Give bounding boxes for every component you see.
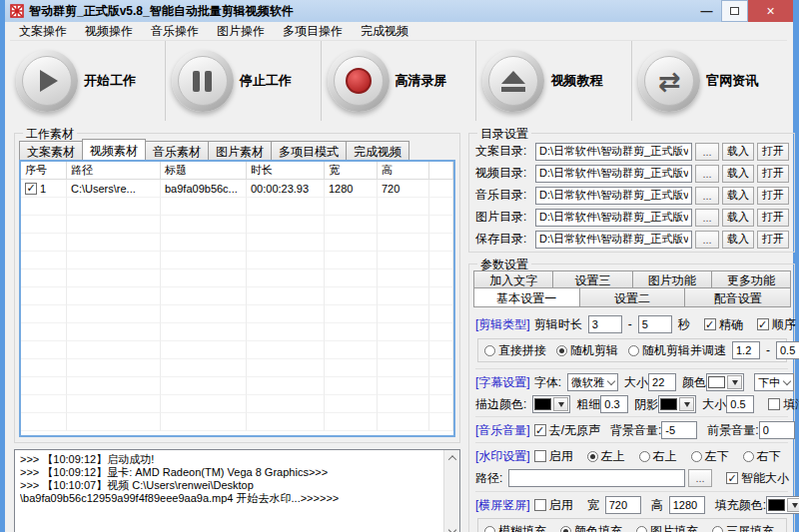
log-output[interactable]: >>> 【10:09:12】启动成功! >>> 【10:09:12】显卡: AM… [14, 449, 460, 532]
menu-item-image[interactable]: 图片操作 [208, 22, 274, 40]
tab-more-functions[interactable]: 更多功能 [711, 270, 791, 288]
tab-music-material[interactable]: 音乐素材 [145, 141, 209, 160]
subtitle-position-dropdown[interactable]: 下中 [754, 373, 794, 391]
music-dir-load-button[interactable]: 载入 [722, 187, 754, 205]
tab-settings-two[interactable]: 设置二 [579, 287, 686, 307]
video-dir-browse-button[interactable]: ... [695, 165, 719, 183]
video-dir-input[interactable] [535, 165, 692, 183]
screen-record-button[interactable]: 高清录屏 [322, 41, 477, 121]
official-news-button[interactable]: ⇄ 官网资讯 [632, 41, 787, 121]
toolbar: 开始工作 停止工作 高清录屏 视频教程 ⇄ 官网资讯 [10, 41, 787, 121]
tab-image-functions[interactable]: 图片功能 [632, 270, 712, 288]
copywriting-dir-load-button[interactable]: 载入 [722, 143, 754, 161]
tab-multiproject-mode[interactable]: 多项目模式 [271, 141, 347, 160]
music-dir-input[interactable] [535, 187, 692, 205]
image-dir-open-button[interactable]: 打开 [757, 209, 789, 227]
canvas-height-input[interactable] [669, 496, 705, 514]
tab-copywriting-material[interactable]: 文案素材 [19, 141, 83, 160]
copywriting-dir-open-button[interactable]: 打开 [757, 143, 789, 161]
menu-item-multiproject[interactable]: 多项目操作 [274, 22, 352, 40]
start-work-button[interactable]: 开始工作 [10, 41, 166, 121]
font-size-input[interactable] [648, 373, 676, 391]
shadow-size-input[interactable] [726, 395, 754, 413]
triple-screen-fill-radio[interactable] [712, 526, 723, 532]
video-material-table[interactable]: 序号 路径 标题 时长 宽 高 1 C:\Users\re... ba9fa09… [19, 160, 455, 437]
mute-original-checkbox[interactable] [534, 424, 546, 436]
stop-work-button[interactable]: 停止工作 [166, 41, 322, 121]
cell-path: C:\Users\re... [67, 180, 161, 198]
image-fill-radio[interactable] [636, 526, 647, 532]
order-checkbox[interactable] [757, 318, 769, 330]
menu-item-music[interactable]: 音乐操作 [142, 22, 208, 40]
menu-item-copywriting[interactable]: 文案操作 [10, 22, 76, 40]
smart-size-checkbox[interactable] [726, 472, 738, 484]
dropdown-arrow-icon[interactable] [787, 498, 799, 512]
image-dir-load-button[interactable]: 载入 [722, 209, 754, 227]
chevron-down-icon [607, 377, 615, 385]
row-checkbox[interactable] [25, 183, 37, 195]
watermark-enable-checkbox[interactable] [534, 450, 546, 462]
watermark-topleft-radio[interactable] [587, 451, 598, 462]
tab-dubbing-settings[interactable]: 配音设置 [684, 287, 791, 307]
log-scrollbar[interactable] [443, 450, 459, 532]
video-dir-open-button[interactable]: 打开 [757, 165, 789, 183]
maximize-button[interactable] [721, 0, 748, 22]
canvas-width-input[interactable] [605, 496, 641, 514]
dropdown-arrow-icon[interactable] [553, 397, 568, 411]
foreground-volume-input[interactable] [759, 421, 795, 439]
col-width: 宽 [325, 162, 378, 180]
save-dir-open-button[interactable]: 打开 [757, 231, 789, 249]
minimize-button[interactable]: — [692, 0, 721, 22]
stroke-color-dropdown[interactable] [532, 395, 570, 413]
music-dir-open-button[interactable]: 打开 [757, 187, 789, 205]
video-dir-load-button[interactable]: 载入 [722, 165, 754, 183]
dropdown-arrow-icon[interactable] [679, 397, 694, 411]
dropdown-arrow-icon[interactable] [727, 375, 742, 389]
orientation-enable-checkbox[interactable] [534, 499, 546, 511]
watermark-bottomright-radio[interactable] [743, 451, 754, 462]
random-clip-speed-radio[interactable] [628, 345, 639, 356]
close-button[interactable]: × [748, 0, 793, 22]
clip-duration-max-input[interactable] [638, 315, 672, 333]
speed-from-input[interactable] [732, 341, 760, 359]
accurate-checkbox[interactable] [704, 318, 716, 330]
direct-splice-radio[interactable] [484, 345, 495, 356]
scroll-up-icon[interactable] [444, 450, 459, 466]
blur-fill-radio[interactable] [484, 526, 495, 532]
menu-item-video[interactable]: 视频操作 [76, 22, 142, 40]
tab-settings-three[interactable]: 设置三 [552, 270, 632, 288]
tab-image-material[interactable]: 图片素材 [208, 141, 272, 160]
save-dir-browse-button[interactable]: ... [695, 231, 719, 249]
font-color-dropdown[interactable] [706, 373, 744, 391]
image-dir-input[interactable] [535, 209, 692, 227]
tab-add-text[interactable]: 加入文字 [473, 270, 553, 288]
music-dir-browse-button[interactable]: ... [695, 187, 719, 205]
tab-video-material[interactable]: 视频素材 [82, 139, 146, 160]
shadow-color-dropdown[interactable] [658, 395, 696, 413]
fill-color-dropdown[interactable] [766, 496, 799, 514]
speed-to-input[interactable] [776, 341, 799, 359]
clip-duration-min-input[interactable] [588, 315, 622, 333]
param-tabs-row1: 加入文字 设置三 图片功能 更多功能 [473, 270, 790, 288]
watermark-browse-button[interactable]: ... [688, 469, 712, 487]
watermark-topright-radio[interactable] [639, 451, 650, 462]
tab-basic-settings-one[interactable]: 基本设置一 [473, 287, 580, 307]
watermark-path-input[interactable] [508, 469, 685, 487]
font-family-dropdown[interactable]: 微软雅 [567, 373, 618, 391]
menu-item-finished[interactable]: 完成视频 [352, 22, 417, 40]
background-volume-input[interactable] [661, 421, 697, 439]
save-dir-input[interactable] [535, 231, 692, 249]
scroll-down-icon[interactable] [444, 522, 459, 532]
video-tutorial-button[interactable]: 视频教程 [476, 41, 632, 121]
table-row[interactable]: 1 C:\Users\re... ba9fa09b56c... 00:00:23… [21, 180, 453, 198]
random-clip-radio[interactable] [556, 345, 567, 356]
copywriting-dir-browse-button[interactable]: ... [695, 143, 719, 161]
copywriting-dir-input[interactable] [535, 143, 692, 161]
color-fill-radio[interactable] [560, 526, 571, 532]
watermark-bottomleft-radio[interactable] [691, 451, 702, 462]
fill-checkbox[interactable] [768, 398, 780, 410]
tab-finished-video[interactable]: 完成视频 [346, 141, 409, 160]
stroke-width-input[interactable] [600, 395, 628, 413]
save-dir-load-button[interactable]: 载入 [722, 231, 754, 249]
image-dir-browse-button[interactable]: ... [695, 209, 719, 227]
